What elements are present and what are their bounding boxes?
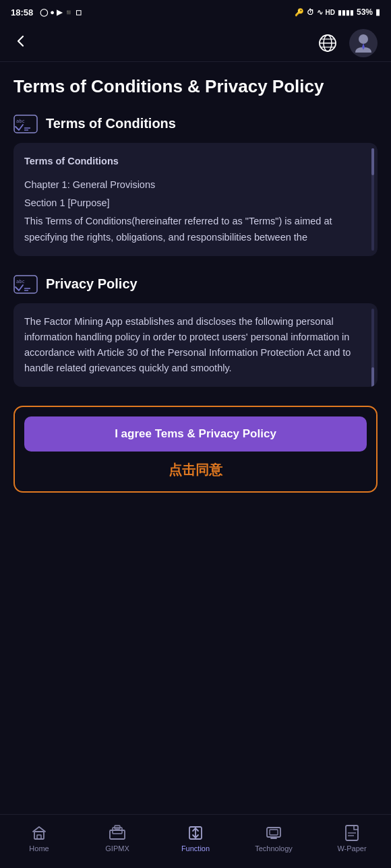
terms-text-box[interactable]: Terms of Conditions Chapter 1: General P…: [13, 143, 378, 256]
privacy-scrollbar-thumb: [371, 367, 374, 388]
nav-item-technology[interactable]: Technology: [253, 824, 294, 852]
agree-button[interactable]: I agree Tems & Privacy Policy: [24, 416, 367, 452]
status-time: 18:58 ◯ ● ▶ ◾ ◻: [11, 7, 82, 18]
nav-item-wpaper[interactable]: W-Paper: [332, 824, 372, 852]
function-icon: [187, 824, 204, 842]
home-icon: [30, 824, 48, 842]
gipmx-label: GIPMX: [105, 844, 129, 852]
time-display: 18:58: [11, 7, 33, 18]
bottom-nav: Home GIPMX Function: [0, 814, 391, 868]
wpaper-icon: [343, 824, 361, 842]
svg-point-5: [359, 34, 368, 44]
terms-chapter: Chapter 1: General Provisions: [24, 177, 367, 193]
privacy-title: Privacy Policy: [46, 276, 138, 292]
terms-heading: Terms of Conditions: [24, 154, 367, 169]
battery-display: 53%: [357, 7, 373, 17]
nav-bar: [0, 24, 391, 62]
status-bar: 18:58 ◯ ● ▶ ◾ ◻ 🔑 ⏱ ∿ HD ▮▮▮▮ 53% ▮: [0, 0, 391, 24]
terms-content: Terms of Conditions Chapter 1: General P…: [24, 154, 367, 245]
svg-text:abc: abc: [16, 119, 25, 124]
page-title: Terms of Conditions & Privacy Policy: [13, 75, 378, 98]
privacy-icon: abc: [13, 275, 38, 294]
nav-right-icons: [315, 29, 378, 57]
svg-rect-16: [37, 835, 41, 839]
terms-section: Section 1 [Purpose]: [24, 195, 367, 211]
nav-item-gipmx[interactable]: GIPMX: [97, 824, 138, 852]
main-content: Terms of Conditions & Privacy Policy abc…: [0, 62, 391, 574]
terms-body: This Terms of Conditions(hereinafter ref…: [24, 214, 367, 245]
technology-icon: [265, 824, 282, 842]
terms-section-header: abc Terms of Conditions: [13, 115, 378, 133]
svg-rect-22: [267, 828, 280, 837]
back-button[interactable]: [13, 34, 28, 53]
terms-scrollbar-thumb: [371, 148, 374, 175]
nav-item-function[interactable]: Function: [175, 824, 216, 852]
agree-chinese-label[interactable]: 点击同意: [24, 458, 367, 482]
terms-icon: abc: [13, 115, 38, 133]
gipmx-icon: [109, 824, 126, 842]
technology-label: Technology: [255, 844, 293, 852]
terms-scrollbar[interactable]: [371, 148, 374, 251]
globe-button[interactable]: [315, 31, 340, 55]
terms-title: Terms of Conditions: [46, 116, 176, 131]
nav-item-home[interactable]: Home: [19, 824, 59, 852]
svg-text:abc: abc: [16, 279, 25, 284]
privacy-text-box[interactable]: The Factor Mining App establishes and di…: [13, 303, 378, 388]
privacy-body: The Factor Mining App establishes and di…: [24, 314, 367, 377]
agreement-area: I agree Tems & Privacy Policy 点击同意: [13, 406, 378, 493]
privacy-scrollbar[interactable]: [371, 309, 374, 382]
status-indicators: 🔑 ⏱ ∿ HD ▮▮▮▮ 53% ▮: [295, 7, 380, 17]
svg-rect-23: [270, 830, 278, 835]
wpaper-label: W-Paper: [337, 844, 366, 852]
user-avatar[interactable]: [349, 29, 378, 57]
privacy-section-header: abc Privacy Policy: [13, 275, 378, 294]
privacy-content: The Factor Mining App establishes and di…: [24, 314, 367, 377]
home-label: Home: [29, 844, 49, 852]
function-label: Function: [181, 844, 210, 852]
